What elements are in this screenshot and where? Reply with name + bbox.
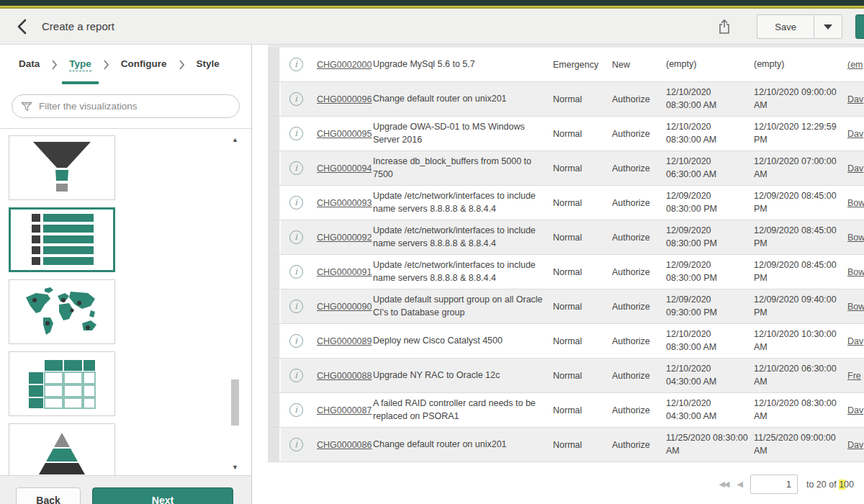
save-button[interactable]: Save [757, 14, 814, 39]
double-chevron-left-icon[interactable]: ◀◀ [719, 480, 729, 489]
viz-option-map[interactable] [9, 279, 115, 344]
table-row[interactable]: i CHG0000090 Update default support grou… [268, 289, 864, 324]
change-number-link[interactable]: CHG0000087 [317, 405, 372, 415]
table-row[interactable]: i CHG0000096 Change default router on un… [268, 82, 864, 117]
table-row[interactable]: i CHG0000095 Upgrade OWA-SD-01 to MS Win… [268, 117, 864, 151]
pyramid-chart-icon [19, 427, 105, 475]
change-number-link[interactable]: CHG0000090 [317, 302, 372, 312]
back-arrow-button[interactable] [7, 12, 36, 41]
state-value: Authorize [612, 94, 666, 104]
info-circle-icon[interactable]: i [289, 438, 303, 451]
change-number-link[interactable]: CHG0002000 [317, 60, 372, 70]
save-dropdown-button[interactable] [814, 14, 842, 39]
info-circle-icon[interactable]: i [289, 58, 303, 71]
change-number-link[interactable]: CHG0000095 [317, 129, 372, 139]
end-date-value: 12/10/2020 09:00:00 AM [754, 86, 847, 112]
primary-action-button-cutoff[interactable] [855, 14, 864, 39]
info-circle-icon[interactable]: i [289, 127, 303, 140]
pagination: ◀◀ ◀ to 20 of 100 [719, 474, 854, 494]
chevron-left-page-icon[interactable]: ◀ [737, 480, 741, 489]
table-row[interactable]: i CHG0000088 Upgrade NY RAC to Oracle 12… [268, 359, 864, 393]
change-number-link[interactable]: CHG0000089 [317, 336, 372, 346]
wizard-step-style[interactable]: Style [197, 45, 220, 84]
table-row[interactable]: i CHG0000086 Change default router on un… [268, 428, 864, 462]
chevron-right-icon [103, 45, 109, 84]
info-circle-icon[interactable]: i [289, 92, 303, 106]
change-number-link[interactable]: CHG0000093 [317, 198, 372, 208]
end-date-value: 12/09/2020 09:40:00 PM [754, 294, 847, 319]
state-value: Authorize [612, 405, 666, 415]
wizard-step-data[interactable]: Data [19, 45, 40, 84]
filter-input-box [12, 94, 240, 118]
scrollbar-thumb[interactable] [231, 379, 239, 426]
info-circle-icon[interactable]: i [289, 230, 303, 244]
priority-value: Normal [553, 405, 612, 415]
back-button[interactable]: Back [16, 487, 81, 504]
info-circle-icon[interactable]: i [289, 369, 303, 382]
row-gutter [268, 393, 281, 427]
next-button[interactable]: Next [92, 487, 233, 504]
viz-option-pyramid[interactable] [9, 423, 115, 475]
table-row[interactable]: i CHG0000093 Update /etc/network/interfa… [268, 186, 864, 220]
filter-visualizations-input[interactable] [39, 101, 230, 112]
viz-option-table[interactable] [9, 351, 115, 416]
short-description: Change default router on unix201 [373, 93, 553, 106]
wizard-breadcrumb: Data Type Configure Style [0, 45, 251, 84]
assigned-to-link[interactable]: Dav [847, 163, 863, 174]
assigned-to-link[interactable]: Dav [847, 405, 863, 415]
visualization-list: ▲ ▼ [0, 128, 251, 475]
assigned-to-link[interactable]: Dav [847, 336, 863, 346]
page-number-input[interactable] [750, 474, 798, 494]
viz-option-list[interactable] [9, 207, 115, 272]
info-circle-icon[interactable]: i [289, 265, 303, 279]
change-number-link[interactable]: CHG0000091 [317, 267, 372, 277]
change-number-link[interactable]: CHG0000096 [317, 94, 372, 104]
row-gutter [268, 117, 281, 150]
assigned-to-link[interactable]: Bow [847, 198, 864, 208]
assigned-to-link[interactable]: Dav [847, 129, 863, 139]
share-export-button[interactable] [712, 14, 737, 39]
table-row[interactable]: i CHG0002000 Upgrade MySql 5.6 to 5.7 Em… [268, 48, 864, 82]
wizard-step-configure[interactable]: Configure [121, 45, 167, 84]
assigned-to-link[interactable]: Dav [847, 94, 863, 104]
table-row[interactable]: i CHG0000087 A failed RAID controller ca… [268, 393, 864, 428]
state-value: Authorize [612, 233, 666, 243]
triangle-up-icon[interactable]: ▲ [230, 135, 240, 145]
assigned-to-link[interactable]: Bow [847, 233, 864, 243]
assigned-to-link[interactable]: Bow [847, 267, 864, 277]
table-row[interactable]: i CHG0000091 Update /etc/network/interfa… [268, 255, 864, 289]
info-circle-icon[interactable]: i [289, 403, 303, 417]
state-value: Authorize [612, 267, 666, 277]
change-number-link[interactable]: CHG0000086 [317, 440, 372, 450]
assigned-to-link[interactable]: (em [847, 60, 863, 70]
table-row[interactable]: i CHG0000092 Update /etc/network/interfa… [268, 220, 864, 255]
change-number-link[interactable]: CHG0000088 [317, 371, 372, 381]
assigned-to-link[interactable]: Bow [847, 302, 864, 312]
viz-option-funnel[interactable] [9, 135, 115, 200]
start-date-value: 12/09/2020 09:30:00 PM [666, 294, 754, 319]
wizard-step-type[interactable]: Type [69, 45, 91, 84]
short-description: Update default support group on all Orac… [373, 294, 553, 319]
row-gutter [268, 289, 281, 323]
info-circle-icon[interactable]: i [289, 161, 303, 175]
table-row[interactable]: i CHG0000094 Increase db_block_buffers f… [268, 151, 864, 186]
change-number-link[interactable]: CHG0000094 [317, 163, 372, 174]
start-date-value: 12/09/2020 08:30:00 PM [666, 225, 754, 250]
viz-scrollbar[interactable]: ▲ ▼ [230, 135, 240, 472]
short-description: Upgrade OWA-SD-01 to MS Windows Server 2… [373, 121, 553, 146]
caret-down-icon [824, 24, 832, 30]
filter-funnel-icon [21, 101, 32, 112]
info-circle-icon[interactable]: i [289, 334, 303, 348]
table-row[interactable]: i CHG0000089 Deploy new Cisco Catalyst 4… [268, 324, 864, 359]
assigned-to-link[interactable]: Fre [847, 371, 861, 381]
change-number-link[interactable]: CHG0000092 [317, 233, 372, 243]
priority-value: Normal [553, 267, 612, 277]
triangle-down-icon[interactable]: ▼ [230, 462, 240, 472]
chevron-right-icon [51, 45, 58, 84]
report-wizard-panel: Data Type Configure Style [0, 45, 252, 504]
info-circle-icon[interactable]: i [289, 196, 303, 210]
row-gutter [268, 324, 281, 358]
priority-value: Normal [553, 302, 612, 312]
assigned-to-link[interactable]: Dav [847, 440, 863, 450]
info-circle-icon[interactable]: i [289, 300, 303, 313]
